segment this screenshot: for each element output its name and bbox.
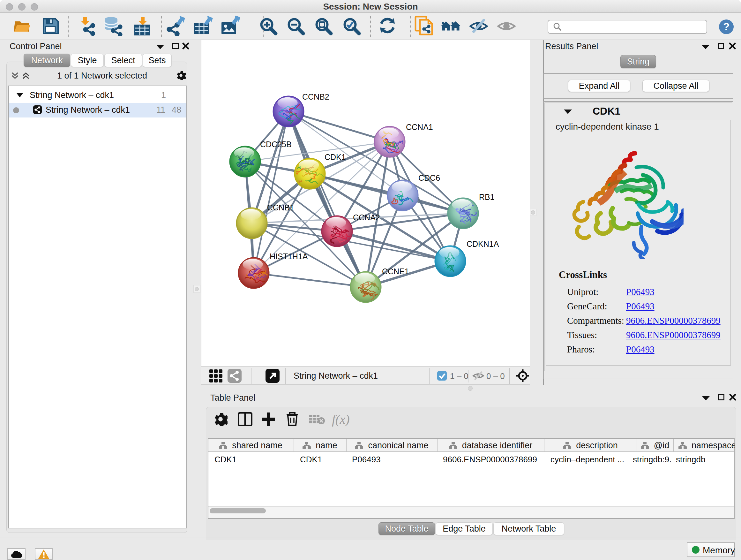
svg-text:CCNB1: CCNB1 [267,203,294,212]
svg-text:HIST1H1A: HIST1H1A [270,252,308,261]
svg-text:CCNA1: CCNA1 [406,123,433,132]
svg-text:CCNA2: CCNA2 [353,213,380,222]
svg-text:CDC6: CDC6 [418,173,440,182]
svg-text:CCNE1: CCNE1 [382,267,409,276]
svg-text:RB1: RB1 [479,192,495,201]
svg-text:CDKN1A: CDKN1A [467,240,499,248]
svg-text:CDK1: CDK1 [325,152,346,162]
svg-text:CCNB2: CCNB2 [302,92,329,101]
svg-text:CDC25B: CDC25B [260,140,292,149]
